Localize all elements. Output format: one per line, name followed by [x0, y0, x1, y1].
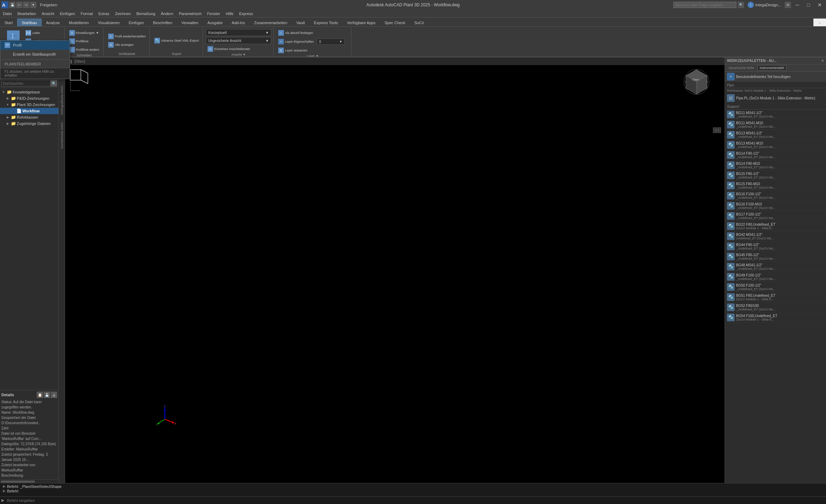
- details-copy-btn[interactable]: 📋: [37, 392, 43, 398]
- tab-isometrie[interactable]: Isometrische DWG -: [59, 118, 65, 152]
- ribbon-btn-einzelnes-fenster[interactable]: ⊟ Einzelnes Ansichtsfenster: [206, 45, 252, 53]
- menu-datei[interactable]: Datei: [0, 10, 15, 18]
- right-item-BG15-F80-1/2[interactable]: 🔩 BG15 F80-1/2" _Undefined_ET (SuCri Mo.…: [725, 170, 826, 181]
- right-item-BG52-F80/100[interactable]: 🔩 BG52 F80/100 _Undefined_ET (SuCri Mo..…: [725, 302, 826, 313]
- tab-verwalten[interactable]: Verwalten: [177, 19, 203, 26]
- right-panel-tab-instrument[interactable]: Instrumententafel: [757, 65, 787, 71]
- tab-expresstools[interactable]: Express Tools: [309, 19, 342, 26]
- settings-btn[interactable]: ⚙: [785, 2, 791, 8]
- ribbon-btn-profillinie[interactable]: ━ Profillinie: [68, 37, 101, 45]
- right-item-BG17-F100-1/2[interactable]: 🔩 BG17 F100-1/2" _Undefined_ET (SuCri Mo…: [725, 211, 826, 221]
- tab-einfuegen[interactable]: Einfügen: [124, 19, 148, 26]
- right-item-BG16-F100-1/2[interactable]: 🔩 BG16 F100-1/2" _Undefined_ET (SuCri Mo…: [725, 191, 826, 201]
- tab-zusammenarbeiten[interactable]: Zusammenarbeiten: [250, 19, 292, 26]
- quick-access-undo[interactable]: ↩: [16, 2, 22, 8]
- menu-einfuegen[interactable]: Einfügen: [57, 10, 78, 18]
- ribbon-btn-advance-steel[interactable]: 🔩 Advance Steel XML-Export: [153, 37, 201, 44]
- ribbon-btn-leiter[interactable]: Leiter: [24, 29, 62, 37]
- menu-aendern[interactable]: Ändern: [158, 10, 176, 18]
- ribbon-btn-profillinie-aendern[interactable]: ↔ Profillinie ändern: [68, 46, 101, 54]
- viewport[interactable]: [-] [Oben] Oben V H: [65, 57, 724, 483]
- menu-ansicht[interactable]: Ansicht: [39, 10, 57, 18]
- tab-addins[interactable]: Add-Ins: [227, 19, 250, 26]
- ribbon-btn-profil-wied[interactable]: ↻ Profil wiederherstellen: [106, 33, 148, 40]
- tab-vault[interactable]: Vault: [292, 19, 309, 26]
- tab-sucri[interactable]: SuCri: [410, 19, 429, 26]
- menu-fenster[interactable]: Fenster: [204, 10, 223, 18]
- tab-visualisieren[interactable]: Visualisieren: [93, 19, 124, 26]
- right-item-BG13-M10[interactable]: 🔩 BG13 MS41-M10 _Undefined_ET (SuCri Mo.…: [725, 140, 826, 150]
- ribbon-btn-layer-anpassen[interactable]: ⊞ Layer anpassen: [276, 47, 309, 54]
- menu-format[interactable]: Format: [78, 10, 96, 18]
- right-item-BG50-F100[interactable]: 🔩 BG50 F100-1/2" _Undefined_ET (SuCri Mo…: [725, 282, 826, 292]
- search-input[interactable]: [1, 80, 51, 86]
- left-panel-scrollbar[interactable]: [0, 479, 58, 483]
- title-search-input[interactable]: [673, 2, 736, 8]
- right-item-BG14-F80-1/2[interactable]: 🔩 BG14 F80-1/2" _Undefined_ET (SuCri Mo.…: [725, 150, 826, 160]
- tree-item-knowledgebase[interactable]: ▼ 📁 Knowledgebase: [0, 89, 58, 95]
- view-dropdown-ungesichert[interactable]: Ungesicherte Ansicht ▼: [206, 37, 271, 44]
- right-item-BG54-F100[interactable]: 🔩 BG54 F100,Undefined_ET (SuCri Module 1…: [725, 313, 826, 323]
- tab-verfuegbare[interactable]: Verfügbare Apps: [342, 19, 380, 26]
- quick-access-more[interactable]: ▼: [30, 2, 36, 8]
- right-panel-add-btn[interactable]: + Benutzerdefiniertes Teil hinzufügen: [725, 72, 826, 82]
- right-item-BG42-MS41[interactable]: 🔩 BG42 MS41-1/2" Undefined_ET (SuCri Mo.…: [725, 231, 826, 241]
- quick-access-save[interactable]: 💾: [9, 2, 15, 8]
- maximize-btn[interactable]: □: [804, 0, 813, 10]
- right-panel-tab-dynamic[interactable]: Dynamische Rolle: [726, 65, 757, 71]
- menu-bearbeiten[interactable]: Bearbeiten: [15, 10, 39, 18]
- tab-stahlbau[interactable]: Stahlbau: [17, 19, 41, 26]
- right-item-BG11-MS41-1/2[interactable]: 🔩 BG11 MS41-1/2" _Undefined_ET (SuCri Mo…: [725, 110, 826, 120]
- ribbon-collapse-btn[interactable]: ▲: [813, 19, 826, 26]
- menu-zeichnen[interactable]: Zeichnen: [112, 10, 133, 18]
- right-item-BG15-F80-M10[interactable]: 🔩 BG15 F80-M10 _Undefined_ET (SuCri Mo..…: [725, 181, 826, 191]
- tab-ortho[interactable]: Orthografische DWG -: [59, 81, 65, 118]
- title-search-btn[interactable]: 🔍: [738, 2, 744, 8]
- right-item-BG16-F100-M10[interactable]: 🔩 BG16 F100-M10 _Undefined_ET (SuCri Mo.…: [725, 201, 826, 211]
- right-item-BG44-F80[interactable]: 🔩 BG44 F80-1/2" _Undefined_ET (SuCri Mo.…: [725, 241, 826, 252]
- right-item-BG13-1/2[interactable]: 🔩 BG13 MS41-1/2" _Undefined_ET (SuCri Mo…: [725, 130, 826, 140]
- right-item-BG11-MS41-M10[interactable]: 🔩 BG11 MS41-M10 _Undefined_ET (SuCri Mo.…: [725, 120, 826, 130]
- ribbon-btn-profileinstellungen[interactable]: ⚙ Einstellungen ▼: [68, 29, 101, 37]
- right-item-BG48-MS41[interactable]: 🔩 BG48 MS41-1/2" _Undefined_ET (SuCri Mo…: [725, 262, 826, 272]
- details-print-btn[interactable]: 🖨: [51, 392, 57, 398]
- tab-modellieren[interactable]: Modellieren: [64, 19, 93, 26]
- menu-parametrisch[interactable]: Parametrisch: [176, 10, 204, 18]
- viewport-cube[interactable]: Oben V H: [682, 68, 710, 96]
- tab-analyse[interactable]: Analyse: [42, 19, 64, 26]
- menu-hilfe[interactable]: Hilfe: [223, 10, 236, 18]
- dropdown-profil-item[interactable]: Profil: [0, 41, 70, 50]
- search-btn[interactable]: 🔍: [51, 80, 57, 86]
- right-item-BG51-F80[interactable]: 🔩 BG51 F80,Undefined_ET (SuCri Module 1 …: [725, 292, 826, 302]
- layer-dropdown[interactable]: 0 ▼: [317, 38, 345, 45]
- view-dropdown-konzept[interactable]: Konzeptuell ▼: [206, 29, 271, 36]
- ribbon-btn-als-aktuell[interactable]: ✓ Als aktuell festlegen: [276, 29, 315, 37]
- command-input[interactable]: [7, 498, 825, 503]
- tree-item-zugehoerige[interactable]: ▶ 📁 Zugehörige Dateien: [0, 120, 58, 127]
- quick-access-redo[interactable]: ↪: [23, 2, 29, 8]
- tab-speccheck[interactable]: Spec Check: [380, 19, 410, 26]
- details-save-btn[interactable]: 💾: [44, 392, 50, 398]
- ribbon-btn-alle-anzeigen[interactable]: ⊞ Alle anzeigen: [106, 41, 148, 49]
- tab-beschriften[interactable]: Beschriften: [148, 19, 177, 26]
- right-panel-close-icon[interactable]: ✕: [821, 59, 824, 63]
- BG14-F80-half-icon: 🔩: [727, 151, 735, 159]
- right-item-BG14-F80-M10[interactable]: 🔩 BG14 F80-M10 _Undefined_ET (SuCri Mo..…: [725, 160, 826, 170]
- tree-item-pid[interactable]: ▶ 📁 P&ID-Zeichnungen: [0, 95, 58, 102]
- tree-item-rohklassen[interactable]: ▶ 📁 Rohrklassen: [0, 114, 58, 120]
- tab-start[interactable]: Start: [0, 19, 17, 26]
- right-item-BG49-F100[interactable]: 🔩 BG49 F100-1/2" _Undefined_ET (SuCri Mo…: [725, 272, 826, 282]
- right-item-pipe[interactable]: ⊟ Pipe.PL (SuCri Module 1 - Sikla Extens…: [725, 93, 826, 103]
- tree-item-plant3d[interactable]: ▼ 📁 Plant 3D-Zeichnungen: [0, 102, 58, 108]
- dropdown-erstellt-item[interactable]: Erstellt ein Stahlbauprofil: [0, 50, 70, 59]
- menu-extras[interactable]: Extras: [96, 10, 112, 18]
- right-item-BG22-F80[interactable]: 🔩 BG22 F80,Undefined_ET (SuCri Module 1 …: [725, 221, 826, 231]
- menu-bemassung[interactable]: Bemaßung: [134, 10, 158, 18]
- minimize-btn[interactable]: ─: [792, 0, 802, 10]
- ribbon-btn-layer-eigenschaften[interactable]: ≡ Layer-Eigenschaften: [276, 38, 316, 46]
- close-btn[interactable]: ✕: [815, 0, 825, 10]
- tab-ausgabe[interactable]: Ausgabe: [203, 19, 227, 26]
- tree-item-workflow[interactable]: ▶ 📄 Workflow: [0, 108, 58, 114]
- menu-express[interactable]: Express: [236, 10, 256, 18]
- right-item-BG45-F80[interactable]: 🔩 BG45 F80-1/2" _Undefined_ET (SuCri Mo.…: [725, 252, 826, 262]
